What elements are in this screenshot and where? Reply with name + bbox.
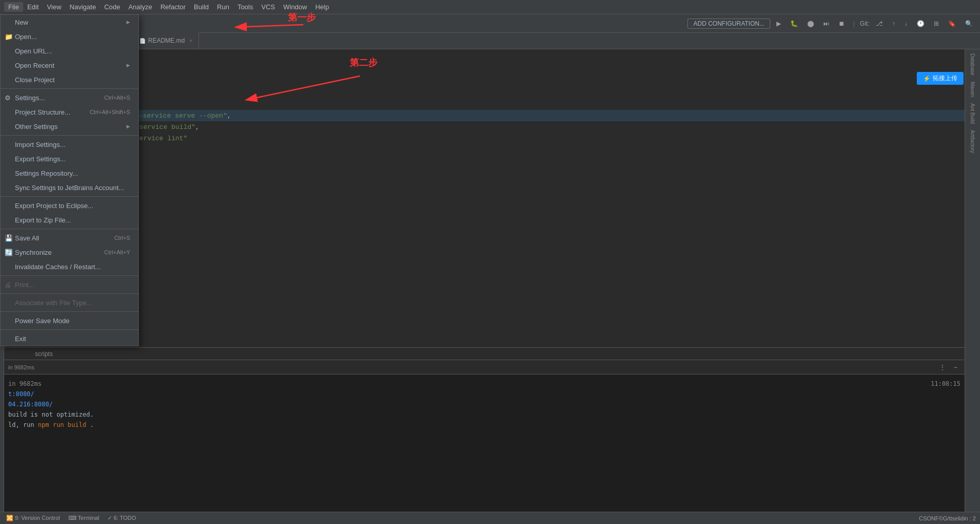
upload-icon: ⚡ <box>923 75 931 82</box>
code-line-1: 1 ▾ { <box>4 53 965 65</box>
status-version-control[interactable]: 🔀 9: Version Control <box>4 515 62 521</box>
ant-panel-button[interactable]: Ant Build <box>969 101 976 126</box>
status-encoding: CSONF©G/ttselidin : 2 <box>919 515 976 521</box>
status-terminal[interactable]: ⌨ Terminal <box>66 515 101 521</box>
menu-item-invalidate-caches[interactable]: Invalidate Caches / Restart... <box>1 259 138 274</box>
menu-separator-3 <box>1 196 138 197</box>
menu-view[interactable]: View <box>43 2 65 12</box>
terminal-line-7: ld, run npm run build . <box>8 420 960 430</box>
menu-item-other-settings[interactable]: Other Settings <box>1 119 138 134</box>
menu-item-power-save[interactable]: Power Save Mode <box>1 313 138 328</box>
bookmark-button[interactable]: 🔖 <box>945 18 959 29</box>
menu-edit[interactable]: Edit <box>23 2 43 12</box>
add-configuration-button[interactable]: ADD CONFIGURATION... <box>687 18 770 29</box>
menu-analyze[interactable]: Analyze <box>124 2 156 12</box>
tab-close-md[interactable]: × <box>189 38 192 44</box>
git-branch[interactable]: ⎇ <box>873 18 886 29</box>
find-button[interactable]: 🔍 <box>962 18 976 29</box>
menu-code[interactable]: Code <box>100 2 124 12</box>
code-line-4: 4 "private": true, <box>4 87 965 99</box>
artifactory-panel-button[interactable]: Artifactory <box>969 128 976 155</box>
menubar: File Edit View Navigate Code Analyze Ref… <box>0 0 980 14</box>
git-history[interactable]: 🕐 <box>914 18 928 29</box>
menu-refactor[interactable]: Refactor <box>156 2 190 12</box>
grid-view-button[interactable]: ⊞ <box>931 18 942 29</box>
debug-button[interactable]: 🐛 <box>787 18 801 29</box>
run-label: in 9682ms <box>8 364 34 370</box>
step-over-button[interactable]: ⏭ <box>820 18 832 29</box>
annotation-step1: 第一步 <box>288 11 316 24</box>
menu-window[interactable]: Window <box>279 2 311 12</box>
code-line-3: 3 "version": "0.1.0", <box>4 76 965 87</box>
terminal-line-1: in 9682ms 11:08:15 <box>8 379 960 389</box>
menu-separator-1 <box>1 88 138 89</box>
coverage-button[interactable]: ⬤ <box>804 18 817 29</box>
menu-separator-2 <box>1 135 138 136</box>
menu-separator-4 <box>1 229 138 229</box>
menu-file[interactable]: File <box>4 2 23 12</box>
code-line-8: 8 ▶ "lint": "vue-cli-service lint" <box>4 133 965 144</box>
status-todo[interactable]: ✓ 6: TODO <box>105 515 138 521</box>
menu-item-settings-repo[interactable]: Settings Repository... <box>1 166 138 180</box>
tab-readme[interactable]: 📄 README.md × <box>133 32 199 49</box>
status-right: CSONF©G/ttselidin : 2 <box>919 515 976 521</box>
menu-item-export-eclipse[interactable]: Export Project to Eclipse... <box>1 198 138 213</box>
menu-vcs[interactable]: VCS <box>257 2 279 12</box>
status-bar: 🔀 9: Version Control ⌨ Terminal ✓ 6: TOD… <box>0 512 980 524</box>
menu-navigate[interactable]: Navigate <box>65 2 100 12</box>
menu-run[interactable]: Run <box>213 2 233 12</box>
code-line-7: 7 ▶ "build": "vue-cli-service build", <box>4 121 965 133</box>
bottom-toolbar: in 9682ms ⋮ − <box>4 360 965 375</box>
menu-item-settings[interactable]: ⚙ Settings... Ctrl+Alt+S <box>1 90 138 105</box>
run-button[interactable]: ▶ <box>773 18 784 29</box>
main-layout: 1 ▾ { 2 "name": "app", 3 "version": "0.1… <box>0 49 980 524</box>
settings-icon: ⚙ <box>5 94 11 102</box>
menu-item-sync-settings[interactable]: Sync Settings to JetBrains Account... <box>1 180 138 195</box>
terminal-line-6: build is not optimized. <box>8 409 960 420</box>
terminal-line-4: 04.216:8080/ <box>8 399 960 409</box>
menu-separator-5 <box>1 275 138 276</box>
folder-icon: 📁 <box>5 33 13 41</box>
menu-item-export-zip[interactable]: Export to Zip File... <box>1 213 138 227</box>
git-pull[interactable]: ↓ <box>901 18 911 29</box>
menu-item-close-project[interactable]: Close Project <box>1 72 138 87</box>
code-breadcrumb: scripts <box>35 350 53 358</box>
file-menu-dropdown: New 📁 Open... Open URL... Open Recent Cl… <box>0 14 139 346</box>
stop-button[interactable]: ⏹ <box>836 18 848 29</box>
bottom-menu-button[interactable]: ⋮ <box>936 362 949 372</box>
save-icon: 💾 <box>5 234 13 242</box>
status-left: 🔀 9: Version Control ⌨ Terminal ✓ 6: TOD… <box>4 515 138 521</box>
terminal-content: in 9682ms 11:08:15 t:8080/ 04.216:8080/ … <box>4 375 965 524</box>
menu-item-open-url[interactable]: Open URL... <box>1 44 138 58</box>
git-label: Git: <box>860 20 869 27</box>
menu-item-associate-file: Associate with File Type... <box>1 295 138 310</box>
menu-separator-7 <box>1 311 138 312</box>
menu-item-import-settings[interactable]: Import Settings... <box>1 137 138 152</box>
menu-build[interactable]: Build <box>190 2 213 12</box>
tabs-bar: ◆ HelloWorld.vue × { } package.json × 📄 … <box>0 33 980 49</box>
menu-item-open[interactable]: 📁 Open... <box>1 29 138 44</box>
menu-item-exit[interactable]: Exit <box>1 331 138 346</box>
code-editor: 1 ▾ { 2 "name": "app", 3 "version": "0.1… <box>4 49 965 159</box>
terminal-line-3: t:8080/ <box>8 389 960 399</box>
menu-item-new[interactable]: New <box>1 15 138 29</box>
menu-item-project-structure[interactable]: Project Structure... Ctrl+Alt+Shift+S <box>1 105 138 119</box>
md-icon: 📄 <box>139 38 146 44</box>
menu-item-print: 🖨 Print... <box>1 277 138 292</box>
menu-tools[interactable]: Tools <box>233 2 257 12</box>
toolbar: n › ADD CONFIGURATION... ▶ 🐛 ⬤ ⏭ ⏹ | Git… <box>0 14 980 33</box>
menu-item-open-recent[interactable]: Open Recent <box>1 58 138 72</box>
bottom-close-button[interactable]: − <box>951 362 960 372</box>
menu-item-synchronize[interactable]: 🔄 Synchronize Ctrl+Alt+Y <box>1 245 138 259</box>
right-side-panel: Database Maven Ant Build Artifactory <box>965 49 980 524</box>
database-panel-button[interactable]: Database <box>969 51 976 78</box>
code-editor-area[interactable]: 1 ▾ { 2 "name": "app", 3 "version": "0.1… <box>4 49 965 360</box>
menu-help[interactable]: Help <box>311 2 333 12</box>
maven-panel-button[interactable]: Maven <box>969 80 976 99</box>
code-line-5: 5 ▾ "scripts": { <box>4 99 965 110</box>
git-push[interactable]: ↑ <box>889 18 898 29</box>
code-line-2: 2 "name": "app", <box>4 65 965 76</box>
upload-button[interactable]: ⚡ 拓接上传 <box>917 72 964 85</box>
menu-item-save-all[interactable]: 💾 Save All Ctrl+S <box>1 231 138 245</box>
menu-item-export-settings[interactable]: Export Settings... <box>1 152 138 166</box>
